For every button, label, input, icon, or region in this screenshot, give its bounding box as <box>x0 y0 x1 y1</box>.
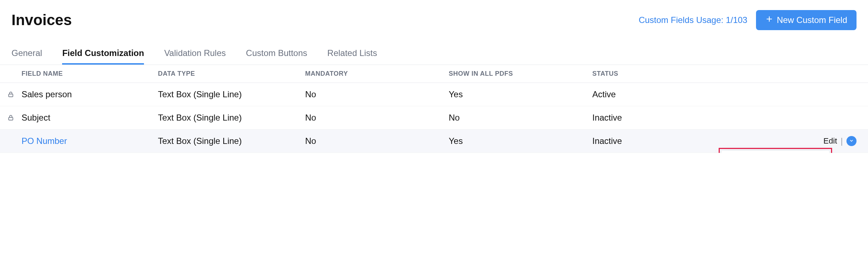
lock-icon <box>0 91 22 98</box>
status-cell: Inactive <box>592 136 707 146</box>
col-data-type: DATA TYPE <box>158 70 305 78</box>
field-name-link[interactable]: PO Number <box>22 136 158 146</box>
lock-icon <box>0 114 22 121</box>
new-custom-field-button[interactable]: New Custom Field <box>756 10 857 30</box>
edit-link[interactable]: Edit <box>823 136 837 146</box>
tab-general[interactable]: General <box>11 48 42 65</box>
tab-validation-rules[interactable]: Validation Rules <box>164 48 226 65</box>
show-pdfs-cell: Yes <box>449 89 592 99</box>
col-mandatory: MANDATORY <box>305 70 449 78</box>
data-type-cell: Text Box (Single Line) <box>158 113 305 123</box>
data-type-cell: Text Box (Single Line) <box>158 136 305 146</box>
new-custom-field-label: New Custom Field <box>777 15 847 25</box>
svg-rect-1 <box>9 117 13 120</box>
separator: | <box>841 136 843 146</box>
tabs: General Field Customization Validation R… <box>0 34 868 65</box>
tab-custom-buttons[interactable]: Custom Buttons <box>246 48 307 65</box>
status-cell: Active <box>592 89 707 99</box>
tab-field-customization[interactable]: Field Customization <box>62 48 144 65</box>
col-status: STATUS <box>592 70 707 78</box>
row-more-button[interactable] <box>846 136 857 146</box>
fields-table: FIELD NAME DATA TYPE MANDATORY SHOW IN A… <box>0 65 868 153</box>
page-title: Invoices <box>11 11 72 29</box>
show-pdfs-cell: Yes <box>449 136 592 146</box>
mandatory-cell: No <box>305 136 449 146</box>
status-cell: Inactive <box>592 113 707 123</box>
table-row[interactable]: PO Number Text Box (Single Line) No Yes … <box>0 130 868 153</box>
col-show-pdfs: SHOW IN ALL PDFS <box>449 70 592 78</box>
row-actions-dropdown: Mark as Active Delete Custom Field Confi… <box>722 151 829 153</box>
table-row[interactable]: Sales person Text Box (Single Line) No Y… <box>0 83 868 106</box>
svg-rect-0 <box>9 94 13 97</box>
plus-icon <box>765 15 773 25</box>
show-pdfs-cell: No <box>449 113 592 123</box>
table-header: FIELD NAME DATA TYPE MANDATORY SHOW IN A… <box>0 65 868 83</box>
tab-related-lists[interactable]: Related Lists <box>327 48 377 65</box>
mandatory-cell: No <box>305 89 449 99</box>
custom-fields-usage-link[interactable]: Custom Fields Usage: 1/103 <box>639 15 747 25</box>
table-row[interactable]: Subject Text Box (Single Line) No No Ina… <box>0 106 868 130</box>
chevron-down-icon <box>849 138 854 144</box>
col-field-name: FIELD NAME <box>22 70 158 78</box>
field-name-cell: Sales person <box>22 89 158 99</box>
mandatory-cell: No <box>305 113 449 123</box>
field-name-cell: Subject <box>22 113 158 123</box>
data-type-cell: Text Box (Single Line) <box>158 89 305 99</box>
